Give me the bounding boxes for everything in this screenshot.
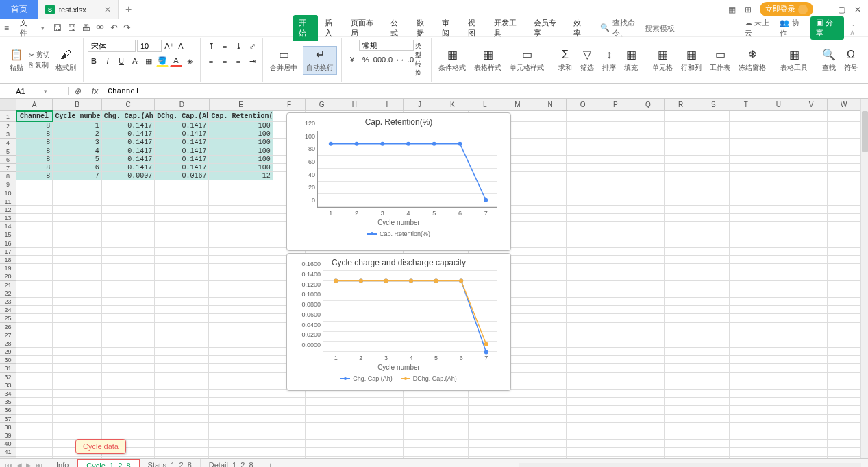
cell-S12[interactable] bbox=[697, 206, 730, 214]
cell-P41[interactable] bbox=[599, 448, 632, 456]
cell-B27[interactable] bbox=[53, 331, 101, 339]
cell-N7[interactable] bbox=[534, 164, 567, 172]
cell-J36[interactable] bbox=[404, 406, 436, 414]
cell-D11[interactable] bbox=[155, 197, 209, 206]
col-header-J[interactable]: J bbox=[404, 99, 436, 110]
cell-C27[interactable] bbox=[102, 331, 155, 339]
cell-N17[interactable] bbox=[534, 248, 567, 256]
cell-C35[interactable] bbox=[102, 398, 155, 406]
row-header-22[interactable]: 22 bbox=[0, 289, 16, 298]
sheet-tab-Statis_1_2_8[interactable]: Statis_1_2_8 bbox=[140, 459, 201, 467]
find-button[interactable]: 🔍查找 bbox=[819, 47, 839, 74]
cell-R18[interactable] bbox=[665, 256, 697, 264]
cell-P27[interactable] bbox=[599, 331, 632, 339]
cell-E8[interactable]: 12 bbox=[209, 172, 273, 180]
cell-V28[interactable] bbox=[795, 339, 828, 348]
vertical-scrollbar[interactable] bbox=[860, 99, 868, 458]
fill-color-button[interactable]: 🪣 bbox=[156, 55, 169, 67]
cell-E16[interactable] bbox=[209, 239, 273, 248]
cell-P11[interactable] bbox=[599, 197, 632, 206]
align-top-icon[interactable]: ⤒ bbox=[205, 40, 217, 52]
cell-A33[interactable] bbox=[16, 381, 53, 390]
col-header-V[interactable]: V bbox=[795, 99, 828, 110]
font-size-select[interactable] bbox=[137, 40, 162, 52]
cloud-status[interactable]: ☁ 未上云 bbox=[745, 18, 775, 38]
cell-Q21[interactable] bbox=[632, 281, 665, 289]
cell-V29[interactable] bbox=[795, 348, 828, 356]
cell-T33[interactable] bbox=[730, 381, 762, 390]
row-header-10[interactable]: 10 bbox=[0, 189, 16, 197]
cell-R2[interactable] bbox=[665, 122, 697, 130]
cell-O30[interactable] bbox=[567, 356, 599, 364]
cell-A20[interactable] bbox=[16, 272, 53, 280]
cell-A12[interactable] bbox=[16, 206, 53, 214]
save-as-icon[interactable]: 🖫 bbox=[67, 23, 76, 33]
cell-W7[interactable] bbox=[828, 164, 860, 172]
sum-button[interactable]: Σ求和 bbox=[556, 47, 575, 74]
cell-S24[interactable] bbox=[697, 306, 730, 314]
row-header-8[interactable]: 8 bbox=[0, 172, 16, 180]
cell-N38[interactable] bbox=[534, 423, 567, 431]
cell-R11[interactable] bbox=[665, 197, 697, 206]
cell-C16[interactable] bbox=[102, 239, 155, 248]
cell-C24[interactable] bbox=[102, 306, 155, 314]
cell-B5[interactable]: 4 bbox=[53, 147, 101, 156]
cell-N22[interactable] bbox=[534, 289, 567, 298]
cell-F35[interactable] bbox=[273, 398, 306, 406]
cell-A17[interactable] bbox=[16, 248, 53, 256]
cell-W10[interactable] bbox=[828, 189, 860, 197]
cell-T24[interactable] bbox=[730, 306, 762, 314]
cell-B33[interactable] bbox=[53, 381, 101, 390]
row-header-12[interactable]: 12 bbox=[0, 206, 16, 214]
close-icon[interactable]: ✕ bbox=[104, 5, 111, 14]
cell-B37[interactable] bbox=[53, 415, 101, 423]
cell-K38[interactable] bbox=[436, 423, 469, 431]
cell-N1[interactable] bbox=[534, 111, 567, 122]
cell-U2[interactable] bbox=[762, 122, 795, 130]
align-bottom-icon[interactable]: ⤓ bbox=[232, 40, 245, 52]
cell-U10[interactable] bbox=[762, 189, 795, 197]
strikethrough-button[interactable]: A̶ bbox=[129, 55, 141, 67]
cell-U30[interactable] bbox=[762, 356, 795, 364]
cell-R38[interactable] bbox=[665, 423, 697, 431]
decrease-decimal-icon[interactable]: ←.0 bbox=[401, 53, 413, 66]
col-header-M[interactable]: M bbox=[501, 99, 534, 110]
cell-S11[interactable] bbox=[697, 197, 730, 206]
cell-C7[interactable]: 0.1417 bbox=[102, 164, 155, 172]
cell-P33[interactable] bbox=[599, 381, 632, 390]
cell-V14[interactable] bbox=[795, 222, 828, 230]
cell-G37[interactable] bbox=[306, 415, 338, 423]
cell-P17[interactable] bbox=[599, 248, 632, 256]
cell-D1[interactable]: DChg. Cap.(Ah) bbox=[155, 111, 209, 122]
cell-H42[interactable] bbox=[338, 457, 371, 459]
cell-S20[interactable] bbox=[697, 272, 730, 280]
ribbon-tab-7[interactable]: 开发工具 bbox=[488, 15, 527, 41]
cell-R22[interactable] bbox=[665, 289, 697, 298]
cell-W21[interactable] bbox=[828, 281, 860, 289]
cell-V2[interactable] bbox=[795, 122, 828, 130]
cell-C30[interactable] bbox=[102, 356, 155, 364]
cell-S8[interactable] bbox=[697, 172, 730, 180]
align-center-icon[interactable]: ≡ bbox=[219, 55, 231, 67]
cell-G41[interactable] bbox=[306, 448, 338, 456]
row-header-40[interactable]: 40 bbox=[0, 440, 16, 448]
cell-U27[interactable] bbox=[762, 331, 795, 339]
cell-B25[interactable] bbox=[53, 314, 101, 322]
cell-T35[interactable] bbox=[730, 398, 762, 406]
cell-C28[interactable] bbox=[102, 339, 155, 348]
cell-E22[interactable] bbox=[209, 289, 273, 298]
cell-N18[interactable] bbox=[534, 256, 567, 264]
cell-S16[interactable] bbox=[697, 239, 730, 248]
cell-S14[interactable] bbox=[697, 222, 730, 230]
cell-B19[interactable] bbox=[53, 264, 101, 272]
cell-T23[interactable] bbox=[730, 298, 762, 306]
cell-N6[interactable] bbox=[534, 156, 567, 164]
cell-D13[interactable] bbox=[155, 214, 209, 222]
preview-icon[interactable]: 👁 bbox=[96, 23, 105, 33]
cell-O26[interactable] bbox=[567, 323, 599, 331]
cell-E20[interactable] bbox=[209, 272, 273, 280]
cell-E32[interactable] bbox=[209, 373, 273, 381]
cell-O28[interactable] bbox=[567, 339, 599, 348]
cell-O39[interactable] bbox=[567, 431, 599, 440]
cell-R34[interactable] bbox=[665, 390, 697, 398]
